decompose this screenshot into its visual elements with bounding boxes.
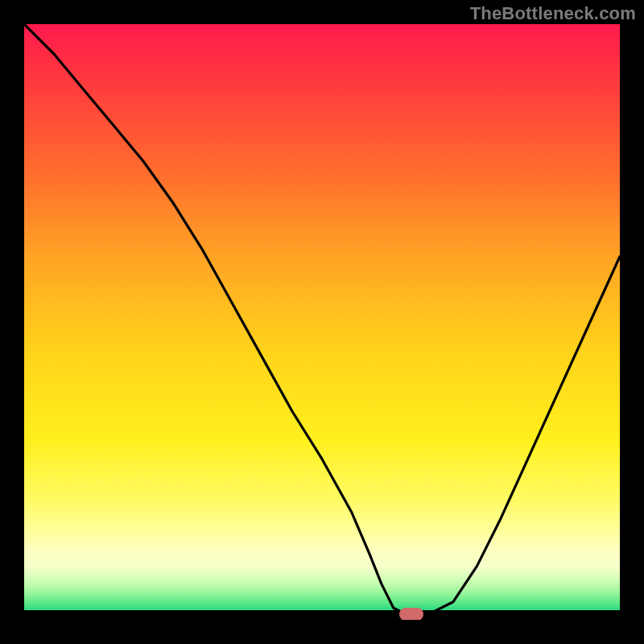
bottleneck-curve bbox=[24, 24, 620, 620]
watermark-text: TheBottleneck.com bbox=[470, 3, 636, 24]
plot-frame bbox=[24, 24, 620, 620]
chart-stage: TheBottleneck.com bbox=[0, 0, 644, 644]
plot-area bbox=[24, 24, 620, 620]
optimal-marker bbox=[399, 608, 423, 620]
bottom-axis-mask bbox=[24, 610, 620, 620]
